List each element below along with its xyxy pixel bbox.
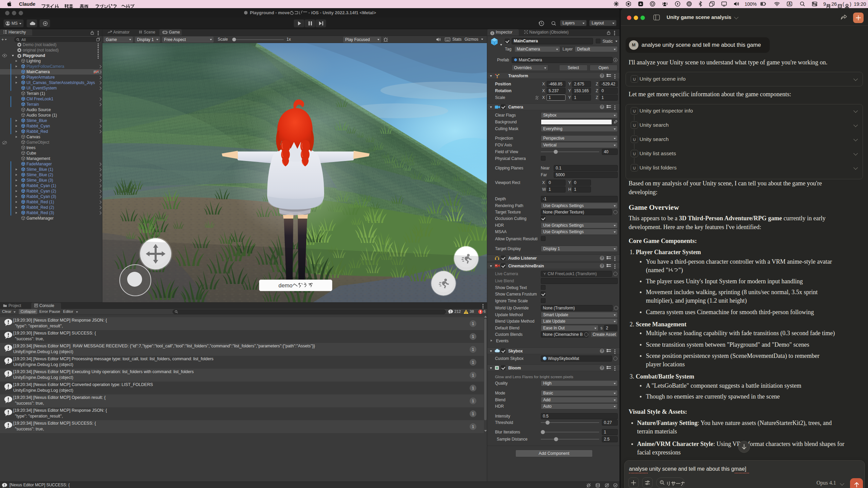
- svg-text:A: A: [788, 2, 791, 6]
